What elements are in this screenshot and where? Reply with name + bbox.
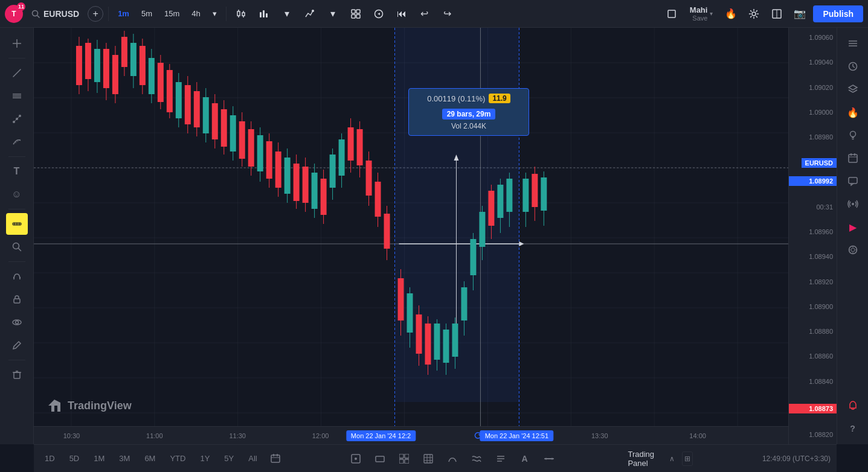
- period-ytd[interactable]: YTD: [165, 451, 190, 465]
- svg-point-199: [852, 203, 854, 205]
- svg-line-39: [18, 249, 21, 251]
- layout-button[interactable]: [767, 4, 786, 24]
- svg-rect-157: [434, 324, 440, 360]
- zoom-tool[interactable]: [6, 236, 28, 258]
- rt-fire-button[interactable]: 🔥: [842, 101, 864, 123]
- period-5y[interactable]: 5Y: [219, 451, 239, 465]
- time-axis: 10:30 11:00 11:30 12:00 Mon 22 Jan '24 1…: [34, 426, 788, 444]
- user-dropdown-icon: ▾: [710, 10, 713, 17]
- rt-chat-button[interactable]: [842, 170, 864, 192]
- svg-rect-113: [230, 115, 236, 151]
- indicators-dropdown[interactable]: ▾: [323, 4, 342, 24]
- hline-tool[interactable]: [6, 85, 28, 107]
- rt-help-button[interactable]: ?: [842, 418, 864, 439]
- redo-button[interactable]: ↪: [438, 4, 457, 24]
- fullscreen-mini-button[interactable]: [662, 4, 681, 24]
- rt-target-button[interactable]: [842, 239, 864, 261]
- magnet-tool[interactable]: [6, 266, 28, 287]
- publish-button[interactable]: Publish: [813, 5, 863, 22]
- camera-button[interactable]: 📷: [790, 4, 809, 24]
- svg-point-44: [15, 321, 18, 324]
- svg-rect-85: [103, 49, 109, 88]
- bar-chart-button[interactable]: [254, 4, 274, 24]
- svg-rect-10: [266, 13, 268, 18]
- regression-tool[interactable]: [6, 131, 28, 153]
- rt-lines-button[interactable]: [842, 33, 864, 54]
- rt-broadcast-button[interactable]: [842, 193, 864, 215]
- svg-marker-187: [849, 85, 857, 90]
- user-avatar[interactable]: T 11: [5, 5, 23, 23]
- rt-clock-button[interactable]: [842, 56, 864, 77]
- rt-layers-button[interactable]: [842, 78, 864, 100]
- chart-type-dropdown[interactable]: ▾: [277, 4, 297, 24]
- svg-rect-107: [203, 97, 209, 133]
- timeframe-15m[interactable]: 15m: [160, 7, 184, 21]
- period-all[interactable]: All: [243, 451, 262, 465]
- svg-rect-179: [541, 177, 547, 211]
- toolbar-divider-2: [226, 7, 227, 21]
- add-symbol-button[interactable]: +: [88, 6, 103, 22]
- crosshair-tool[interactable]: [6, 33, 28, 54]
- path-tool[interactable]: [6, 108, 28, 130]
- rewind-button[interactable]: ⏮: [392, 4, 411, 24]
- lock-closed-tool[interactable]: [6, 289, 28, 310]
- draw-node-tool[interactable]: [346, 449, 365, 468]
- draw-rect-tool[interactable]: [370, 449, 390, 468]
- timeframe-1m[interactable]: 1m: [114, 7, 133, 21]
- rt-calendar-button[interactable]: [842, 147, 864, 169]
- period-1y[interactable]: 1Y: [195, 451, 214, 465]
- draw-multi-curve-tool[interactable]: [467, 449, 486, 468]
- timeframe-dropdown[interactable]: ▾: [208, 7, 221, 21]
- chart-type-button[interactable]: [231, 4, 251, 24]
- sel-start-date: Mon 22 Jan '24: [351, 432, 396, 439]
- line-tool[interactable]: [6, 62, 28, 84]
- tooltip-volume: Vol 2.044K: [416, 122, 521, 130]
- undo-button[interactable]: ↩: [415, 4, 434, 24]
- period-6m[interactable]: 6M: [140, 451, 160, 465]
- timeframe-4h[interactable]: 4h: [187, 7, 204, 21]
- templates-button[interactable]: [346, 4, 365, 24]
- draw-multi-tool[interactable]: [394, 449, 414, 468]
- svg-rect-13: [356, 10, 360, 13]
- draw-grid-tool[interactable]: [419, 449, 438, 468]
- emoji-tool[interactable]: ☺: [6, 183, 28, 205]
- svg-rect-131: [312, 173, 318, 209]
- trash-tool[interactable]: [6, 364, 28, 386]
- svg-rect-141: [357, 129, 363, 165]
- regression-icon: [11, 136, 22, 147]
- period-1d[interactable]: 1D: [40, 451, 60, 465]
- period-5d[interactable]: 5D: [65, 451, 85, 465]
- svg-rect-155: [425, 324, 431, 365]
- chart-canvas[interactable]: 0.00119 (0.11%) 11.9 29 bars, 29m Vol 2.…: [34, 28, 788, 444]
- rt-alert-button[interactable]: [842, 395, 864, 416]
- user-section[interactable]: Mahi Save ▾: [685, 3, 718, 24]
- replay-button[interactable]: [369, 4, 388, 24]
- rt-bulb-button[interactable]: [842, 124, 864, 146]
- draw-text-lines-tool[interactable]: [491, 449, 510, 468]
- trading-panel-collapse[interactable]: ∧: [667, 451, 677, 466]
- current-symbol: EURUSD: [43, 9, 79, 19]
- eye-tool[interactable]: [6, 311, 28, 333]
- draw-label-tool[interactable]: A: [515, 449, 535, 468]
- pencil-edit-tool[interactable]: [6, 334, 28, 356]
- svg-rect-9: [263, 10, 265, 18]
- draw-curve-tool[interactable]: [443, 449, 462, 468]
- period-3m[interactable]: 3M: [114, 451, 135, 465]
- chart-area: 0.00119 (0.11%) 11.9 29 bars, 29m Vol 2.…: [34, 28, 837, 444]
- period-1m[interactable]: 1M: [89, 451, 109, 465]
- symbol-search-button[interactable]: EURUSD: [27, 7, 84, 21]
- trading-panel-expand[interactable]: ⊞: [682, 451, 693, 466]
- measure-tool[interactable]: [6, 213, 28, 235]
- svg-rect-87: [112, 55, 118, 94]
- rt-play-button[interactable]: ▶: [842, 216, 864, 238]
- settings-button[interactable]: [744, 4, 764, 24]
- indicators-button[interactable]: [300, 4, 320, 24]
- date-range-button[interactable]: [267, 450, 284, 467]
- sel-end-time: 12:51: [532, 432, 549, 439]
- draw-dash-tool[interactable]: [539, 449, 559, 468]
- text-tool[interactable]: T: [6, 161, 28, 182]
- svg-rect-12: [352, 10, 355, 13]
- timeframe-5m[interactable]: 5m: [137, 7, 156, 21]
- fire-button[interactable]: 🔥: [721, 4, 741, 24]
- price-level-10: 1.08880: [789, 328, 837, 335]
